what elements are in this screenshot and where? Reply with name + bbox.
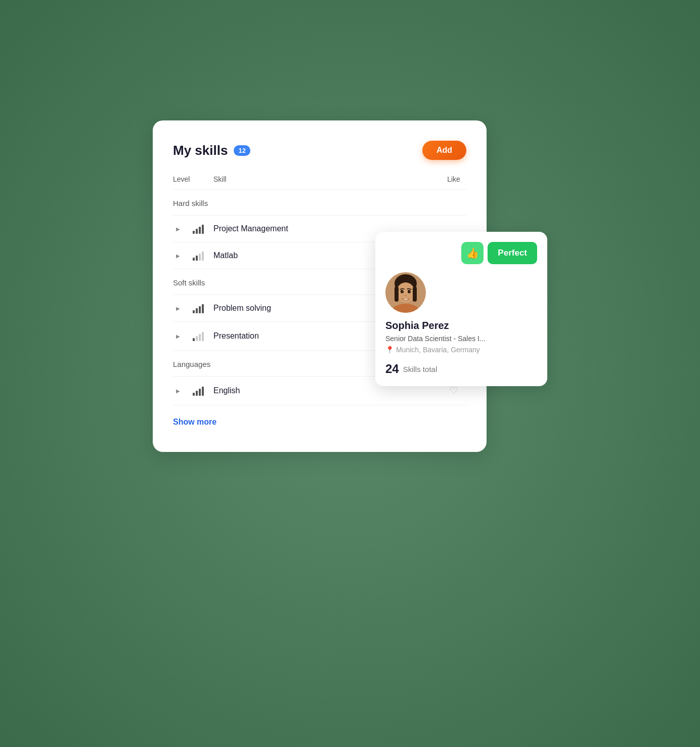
title-group: My skills 12 [173, 143, 250, 158]
location-pin-icon: 📍 [385, 346, 394, 354]
level-icon-project-management [183, 224, 213, 234]
column-like: Like [441, 175, 466, 183]
section-hard-skills: Hard skills [173, 190, 466, 216]
column-headers: Level Skill Like [173, 175, 466, 190]
svg-point-7 [402, 290, 403, 292]
profile-skills-label: Skills total [403, 365, 438, 374]
svg-point-5 [401, 290, 404, 294]
section-languages-label: Languages [173, 360, 210, 368]
thumbs-up-button[interactable]: 👍 [461, 242, 484, 264]
add-button[interactable]: Add [422, 141, 466, 160]
heart-icon-english: ♡ [449, 385, 458, 397]
level-icon-english [183, 386, 213, 396]
profile-card-actions: 👍 Perfect [385, 242, 537, 264]
svg-point-9 [405, 295, 407, 297]
column-level: Level [173, 175, 213, 183]
expand-icon-english[interactable]: ▶ [173, 388, 183, 394]
like-btn-english[interactable]: ♡ [441, 385, 466, 397]
expand-icon-project-management[interactable]: ▶ [173, 226, 183, 232]
svg-rect-4 [413, 286, 417, 302]
section-hard-skills-label: Hard skills [173, 199, 208, 208]
level-icon-presentation [183, 331, 213, 341]
profile-avatar [385, 272, 426, 313]
show-more-link[interactable]: Show more [173, 418, 216, 427]
profile-location-text: Munich, Bavaria, Germany [396, 346, 480, 354]
profile-card: 👍 Perfect [375, 232, 547, 386]
skills-count-badge: 12 [234, 145, 250, 156]
column-skill: Skill [213, 175, 441, 183]
section-soft-skills-label: Soft skills [173, 278, 205, 287]
profile-skills-summary: 24 Skills total [385, 362, 537, 376]
profile-title: Senior Data Scientist - Sales I... [385, 335, 537, 343]
skill-name-english: English [213, 386, 441, 395]
thumbs-up-icon: 👍 [466, 247, 479, 259]
card-title: My skills [173, 143, 228, 158]
level-icon-problem-solving [183, 303, 213, 313]
card-header: My skills 12 Add [173, 141, 466, 160]
svg-point-6 [408, 290, 411, 294]
expand-icon-problem-solving[interactable]: ▶ [173, 306, 183, 311]
perfect-button[interactable]: Perfect [488, 242, 537, 264]
expand-icon-matlab[interactable]: ▶ [173, 253, 183, 259]
level-icon-matlab [183, 251, 213, 261]
expand-icon-presentation[interactable]: ▶ [173, 334, 183, 339]
svg-point-8 [409, 290, 410, 292]
profile-name: Sophia Perez [385, 320, 537, 331]
profile-location: 📍 Munich, Bavaria, Germany [385, 346, 537, 354]
svg-rect-3 [395, 286, 399, 302]
profile-skills-count: 24 [385, 362, 399, 376]
